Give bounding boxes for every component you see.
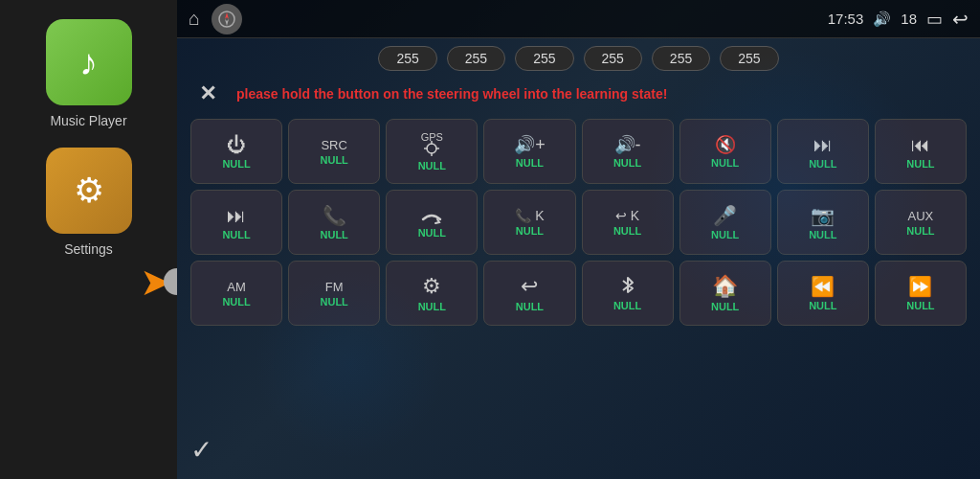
btn-fm-null: NULL — [321, 296, 348, 308]
settings-icon-box: ⚙ — [46, 148, 132, 234]
btn-gps-null: NULL — [418, 160, 446, 171]
play-pause-icon: ⏭ — [813, 134, 833, 156]
btn-vol-down-null: NULL — [613, 157, 641, 169]
btn-fm[interactable]: FM NULL — [288, 261, 380, 326]
btn-vol-up-null: NULL — [516, 157, 544, 169]
btn-hangup-null: NULL — [418, 227, 446, 239]
btn-vol-down[interactable]: 🔊- NULL — [582, 119, 674, 184]
topbar-right: 17:53 🔊 18 ▭ ↩ — [828, 8, 969, 31]
call-icon: 📞 — [323, 204, 346, 227]
btn-rew-null: NULL — [809, 300, 836, 311]
btn-ffw-null: NULL — [906, 300, 934, 311]
settings-wheel-icon: ⚙ — [422, 274, 441, 299]
btn-vol-up[interactable]: 🔊+ NULL — [483, 119, 575, 184]
btn-am-null: NULL — [222, 296, 250, 308]
fm-label: FM — [325, 280, 344, 294]
volume-level: 18 — [901, 11, 917, 27]
home-nav-icon: 🏠 — [712, 274, 738, 299]
call-k-icon: 📞 K — [515, 208, 544, 223]
btn-call-k[interactable]: 📞 K NULL — [483, 190, 575, 255]
btn-ffw[interactable]: ⏩ NULL — [875, 261, 967, 326]
volume-icon: 🔊 — [873, 11, 891, 28]
btn-camera[interactable]: 📷 NULL — [777, 190, 869, 255]
btn-prev[interactable]: ⏮ NULL — [875, 119, 967, 184]
btn-gps[interactable]: GPS NULL — [386, 119, 478, 184]
topbar-left: ⌂ — [189, 4, 242, 34]
pill-6[interactable]: 255 — [720, 46, 778, 71]
btn-aux[interactable]: AUX NULL — [875, 190, 967, 255]
btn-back-null: NULL — [516, 301, 544, 312]
btn-call-null: NULL — [321, 229, 348, 240]
pill-3[interactable]: 255 — [515, 46, 573, 71]
btn-hangup-k-null: NULL — [613, 225, 641, 237]
battery-icon: ▭ — [926, 9, 943, 30]
camera-icon: 📷 — [811, 204, 835, 227]
sidebar-item-music[interactable]: ♪ Music Player — [17, 19, 161, 128]
btn-am[interactable]: AM NULL — [190, 261, 282, 326]
prev-icon: ⏮ — [911, 134, 930, 156]
btn-power[interactable]: ⏻ NULL — [190, 119, 282, 184]
btn-call[interactable]: 📞 NULL — [288, 190, 380, 255]
btn-rew[interactable]: ⏪ NULL — [777, 261, 869, 326]
svg-point-3 — [427, 144, 436, 153]
vol-up-icon: 🔊+ — [514, 134, 546, 155]
mute-icon: 🔇 — [715, 134, 736, 155]
pill-2[interactable]: 255 — [447, 46, 505, 71]
confirm-button[interactable]: ✓ — [190, 434, 212, 466]
am-label: AM — [227, 280, 246, 294]
svg-marker-2 — [225, 19, 229, 26]
home-icon[interactable]: ⌂ — [189, 8, 200, 30]
btn-home[interactable]: 🏠 NULL — [679, 261, 771, 326]
btn-hangup-k[interactable]: ↩ K NULL — [582, 190, 674, 255]
src-icon: SRC — [321, 138, 346, 152]
music-player-icon-box: ♪ — [46, 19, 132, 105]
nav-compass-icon[interactable] — [212, 4, 242, 34]
hangup-k-icon: ↩ K — [615, 208, 639, 223]
btn-power-null: NULL — [222, 158, 250, 170]
btn-play-pause-null: NULL — [809, 158, 836, 170]
btn-call-k-null: NULL — [516, 225, 544, 237]
btn-prev-null: NULL — [906, 158, 934, 170]
pill-1[interactable]: 255 — [378, 46, 436, 71]
sidebar-item-settings[interactable]: ⚙ Settings — [17, 148, 161, 257]
btn-settings-null: NULL — [418, 301, 446, 312]
next-icon: ⏭ — [227, 205, 246, 227]
arrow-area: ➤ — [0, 262, 177, 301]
btn-next-null: NULL — [222, 229, 250, 240]
btn-mic-null: NULL — [711, 229, 739, 240]
settings-gear-icon: ⚙ — [74, 171, 104, 211]
button-grid: ⏻ NULL SRC NULL GPS NULL — [190, 119, 967, 326]
btn-bluetooth[interactable]: NULL — [582, 261, 674, 326]
btn-bluetooth-null: NULL — [613, 300, 641, 311]
mic-icon: 🎤 — [713, 204, 737, 227]
btn-play-pause[interactable]: ⏭ NULL — [777, 119, 869, 184]
vol-down-icon: 🔊- — [614, 134, 641, 155]
pill-4[interactable]: 255 — [584, 46, 642, 71]
fastforward-icon: ⏩ — [908, 275, 932, 298]
btn-camera-null: NULL — [809, 229, 836, 240]
bluetooth-icon — [619, 275, 636, 298]
svg-marker-1 — [225, 12, 229, 19]
btn-src-null: NULL — [321, 154, 348, 166]
btn-settings[interactable]: ⚙ NULL — [386, 261, 478, 326]
music-player-label: Music Player — [50, 113, 126, 128]
btn-next[interactable]: ⏭ NULL — [190, 190, 282, 255]
aux-label: AUX — [908, 209, 934, 223]
button-row-2: ⏭ NULL 📞 NULL NULL 📞 K NULL — [190, 190, 967, 255]
pill-5[interactable]: 255 — [652, 46, 710, 71]
btn-src[interactable]: SRC NULL — [288, 119, 380, 184]
button-row-1: ⏻ NULL SRC NULL GPS NULL — [190, 119, 967, 184]
settings-label: Settings — [64, 241, 113, 257]
cancel-button[interactable]: ✕ — [190, 77, 225, 111]
back-icon[interactable]: ↩ — [952, 8, 969, 31]
rewind-icon: ⏪ — [811, 275, 835, 298]
btn-hangup[interactable]: NULL — [386, 190, 478, 255]
topbar: ⌂ 17:53 🔊 18 ▭ ↩ — [177, 0, 980, 38]
button-row-3: AM NULL FM NULL ⚙ NULL ↩ NULL — [190, 261, 967, 326]
btn-mic[interactable]: 🎤 NULL — [679, 190, 771, 255]
btn-back[interactable]: ↩ NULL — [483, 261, 575, 326]
btn-mute[interactable]: 🔇 NULL — [679, 119, 771, 184]
sidebar: ♪ Music Player ⚙ Settings ➤ — [0, 0, 177, 479]
music-note-icon: ♪ — [79, 42, 98, 83]
value-pills-row: 255 255 255 255 255 255 — [190, 46, 967, 71]
